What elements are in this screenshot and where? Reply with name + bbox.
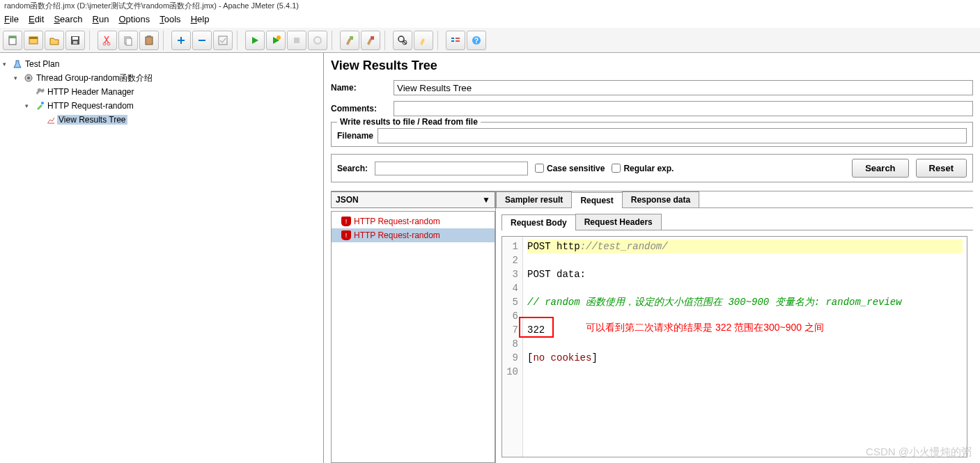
clear-icon[interactable] <box>340 31 359 50</box>
menu-help[interactable]: Help <box>191 14 210 26</box>
tree-toggle-icon[interactable]: ▾ <box>3 61 11 68</box>
search-button[interactable]: Search <box>852 159 908 178</box>
svg-rect-6 <box>73 41 77 44</box>
menu-search[interactable]: Search <box>54 14 82 26</box>
case-sensitive-checkbox[interactable]: Case sensitive <box>535 164 605 173</box>
save-icon[interactable] <box>65 31 85 50</box>
search-input[interactable] <box>375 162 528 175</box>
search-label: Search: <box>337 164 368 173</box>
menu-run[interactable]: Run <box>93 14 109 26</box>
help-icon[interactable]: ? <box>467 31 486 50</box>
svg-rect-3 <box>29 37 38 39</box>
tree-header-manager[interactable]: HTTP Header Manager <box>46 87 136 97</box>
tree-test-plan[interactable]: Test Plan <box>24 59 61 69</box>
reset-search-icon[interactable] <box>414 31 433 50</box>
stop-icon[interactable] <box>287 31 306 50</box>
gear-icon <box>22 72 35 84</box>
subtab-request-headers[interactable]: Request Headers <box>575 214 662 230</box>
name-input[interactable] <box>394 80 973 95</box>
svg-rect-1 <box>9 36 16 38</box>
file-group-legend: Write results to file / Read from file <box>337 117 481 127</box>
paste-icon[interactable] <box>139 31 159 50</box>
svg-rect-11 <box>146 37 153 45</box>
svg-rect-20 <box>350 36 353 40</box>
menu-options[interactable]: Options <box>118 14 150 26</box>
subtab-request-body[interactable]: Request Body <box>501 214 576 230</box>
svg-rect-27 <box>456 38 460 39</box>
window-title: random函数介绍.jmx (D:\jmeter测试文件\random函数介绍… <box>0 0 980 13</box>
code-body: POST http://test_random/ POST data: // r… <box>523 237 967 457</box>
open-icon[interactable] <box>45 31 64 50</box>
tab-sampler-result[interactable]: Sampler result <box>496 191 572 207</box>
file-groupbox: Write results to file / Read from file F… <box>331 122 973 147</box>
expand-icon[interactable] <box>171 31 191 50</box>
code-editor[interactable]: 12345678910 POST http://test_random/ POS… <box>501 236 967 457</box>
svg-rect-25 <box>451 38 454 39</box>
start-icon[interactable] <box>245 31 265 50</box>
function-helper-icon[interactable] <box>446 31 465 50</box>
sampler-item[interactable]: ! HTTP Request-random <box>332 228 495 242</box>
svg-point-32 <box>27 77 30 79</box>
toggle-icon[interactable] <box>213 31 233 50</box>
chart-icon <box>45 114 57 125</box>
menubar: File Edit Search Run Options Tools Help <box>0 13 980 28</box>
shutdown-icon[interactable] <box>308 31 327 50</box>
svg-rect-10 <box>126 38 132 45</box>
tree-view-results[interactable]: View Results Tree <box>57 115 127 125</box>
panel-title: View Results Tree <box>331 58 973 73</box>
renderer-dropdown[interactable]: JSON ▼ <box>331 191 495 208</box>
collapse-icon[interactable] <box>192 31 212 50</box>
new-icon[interactable] <box>3 31 22 50</box>
filename-label: Filename <box>337 131 373 141</box>
svg-rect-21 <box>371 36 374 40</box>
error-shield-icon: ! <box>341 230 351 240</box>
tree-toggle-icon[interactable]: ▾ <box>14 74 22 81</box>
menu-edit[interactable]: Edit <box>29 14 44 26</box>
pipette-icon <box>33 100 46 111</box>
svg-rect-12 <box>147 36 151 38</box>
line-gutter: 12345678910 <box>502 237 523 457</box>
regex-checkbox[interactable]: Regular exp. <box>612 164 674 173</box>
svg-rect-16 <box>219 36 227 45</box>
sampler-list[interactable]: ! HTTP Request-random ! HTTP Request-ran… <box>331 211 495 463</box>
sampler-item[interactable]: ! HTTP Request-random <box>332 214 495 228</box>
svg-line-23 <box>403 41 406 44</box>
reset-button[interactable]: Reset <box>916 159 967 178</box>
start-no-timers-icon[interactable] <box>266 31 286 50</box>
flask-icon <box>11 58 24 70</box>
templates-icon[interactable] <box>24 31 43 50</box>
menu-tools[interactable]: Tools <box>160 14 180 26</box>
svg-point-19 <box>314 37 321 44</box>
svg-rect-28 <box>456 40 460 42</box>
svg-rect-18 <box>294 38 300 43</box>
watermark: CSDN @小火慢炖的粥 <box>866 446 972 459</box>
filename-input[interactable] <box>378 128 967 143</box>
svg-point-17 <box>277 36 281 40</box>
annotation-text: 可以看到第二次请求的结果是 322 范围在300~900 之间 <box>586 320 824 334</box>
wrench-icon <box>33 86 46 97</box>
name-label: Name: <box>331 83 394 93</box>
comments-label: Comments: <box>331 104 394 113</box>
svg-rect-26 <box>451 40 454 42</box>
annotation-box <box>519 317 554 338</box>
copy-icon[interactable] <box>118 31 138 50</box>
svg-text:?: ? <box>474 37 479 45</box>
tab-request[interactable]: Request <box>571 192 622 208</box>
clear-all-icon[interactable] <box>361 31 380 50</box>
cut-icon[interactable] <box>98 31 117 50</box>
error-shield-icon: ! <box>341 217 351 226</box>
tree-http-request[interactable]: HTTP Request-random <box>46 101 135 111</box>
test-plan-tree[interactable]: ▾ Test Plan ▾ Thread Group-random函数介绍 HT… <box>0 53 324 463</box>
chevron-down-icon: ▼ <box>482 195 490 205</box>
tree-toggle-icon[interactable]: ▾ <box>25 102 33 109</box>
svg-point-33 <box>41 102 44 104</box>
menu-file[interactable]: File <box>4 14 19 26</box>
tab-response-data[interactable]: Response data <box>622 191 699 207</box>
svg-rect-5 <box>72 37 78 40</box>
toolbar: ? <box>0 28 980 53</box>
comments-input[interactable] <box>394 101 973 116</box>
tree-thread-group[interactable]: Thread Group-random函数介绍 <box>35 72 154 84</box>
search-icon[interactable] <box>393 31 412 50</box>
